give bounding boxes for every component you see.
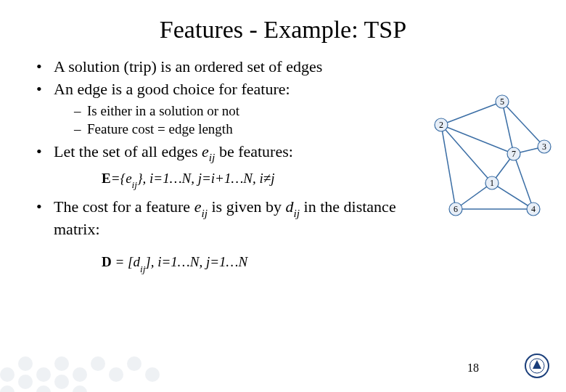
bullet-2-text: An edge is a good choice for feature: (54, 80, 290, 98)
formula-1-eq: = (111, 171, 120, 186)
svg-point-8 (109, 367, 123, 382)
graph-node-label: 2 (439, 120, 443, 130)
graph-node-label: 1 (490, 178, 494, 188)
graph-edge (492, 183, 533, 209)
formula-2-rest: , i=1…N, j=1…N (151, 254, 247, 269)
college-logo-icon (524, 353, 550, 382)
bullet-2: An edge is a good choice for feature: Is… (36, 79, 414, 139)
bullet-3: Let the set of all edges eij be features… (36, 142, 414, 164)
graph-edge (502, 102, 514, 154)
formula-1-ij: ij (132, 179, 137, 190)
graph-edge (502, 102, 544, 147)
sub-bullet-list: Is either in a solution or not Feature c… (54, 102, 414, 138)
svg-point-11 (0, 385, 15, 392)
bullet-3-sub: ij (209, 151, 216, 163)
svg-point-3 (18, 356, 33, 371)
formula-2-eq: = (112, 254, 128, 269)
formula-2-rbr: ] (145, 254, 150, 269)
bullet-4-mid: is given by (208, 197, 286, 216)
graph-node-label: 5 (500, 97, 504, 107)
bullet-3-pre: Let the set of all edges (54, 142, 202, 160)
graph-node-label: 4 (531, 204, 536, 214)
formula-1: E={eij}, i=1…N, j=i+1…N, i≠j (102, 170, 414, 189)
bullet-4-sub1: ij (201, 207, 208, 219)
graph-edge (441, 125, 514, 154)
slide-title: Features - Example: TSP (0, 16, 566, 44)
bullet-3-var: e (202, 142, 209, 160)
formula-1-rbr: } (137, 171, 143, 186)
graph-edge (514, 154, 533, 209)
page-number: 18 (467, 362, 479, 375)
graph-svg: 1234567 (421, 94, 551, 232)
svg-point-6 (73, 367, 87, 382)
formula-1-lbr: { (120, 171, 126, 186)
svg-point-15 (73, 385, 87, 392)
content-area: A solution (trip) is an ordered set of e… (36, 57, 414, 273)
svg-point-5 (54, 356, 69, 371)
graph-edge (441, 125, 492, 183)
formula-2-d: d (133, 254, 140, 269)
svg-point-10 (145, 367, 160, 382)
formula-2-D: D (102, 254, 112, 269)
svg-point-12 (18, 375, 33, 389)
bullet-3-post: be features: (215, 142, 293, 160)
svg-point-2 (0, 367, 15, 382)
sub-bullet-2: Feature cost = edge length (74, 121, 414, 139)
bullet-4: The cost for a feature eij is given by d… (36, 197, 414, 240)
bullet-4-pre: The cost for a feature (54, 197, 194, 216)
graph-node-label: 6 (454, 204, 458, 214)
bullet-list: A solution (trip) is an ordered set of e… (36, 57, 414, 164)
bullet-4-var2: d (286, 197, 294, 216)
graph-node-label: 7 (512, 149, 516, 159)
formula-2: D = [dij], i=1…N, j=1…N (102, 253, 414, 273)
bullet-1: A solution (trip) is an ordered set of e… (36, 57, 414, 78)
background-pattern-icon (0, 324, 181, 392)
tsp-graph: 1234567 (421, 94, 551, 232)
formula-1-rest: , i=1…N, j=i+1…N, i≠j (143, 171, 275, 186)
formula-1-E: E (102, 171, 111, 186)
graph-edge (441, 102, 502, 125)
formula-2-ij: ij (140, 264, 145, 274)
svg-point-9 (127, 356, 142, 371)
bullet-4-var1: e (194, 197, 202, 216)
svg-point-7 (91, 356, 105, 371)
bullet-4-sub2: ij (294, 207, 300, 219)
bullet-list-2: The cost for a feature eij is given by d… (36, 197, 414, 240)
svg-point-4 (36, 367, 51, 382)
sub-bullet-1: Is either in a solution or not (74, 102, 414, 121)
svg-point-14 (54, 375, 69, 389)
formula-1-e: e (126, 171, 131, 186)
graph-node-label: 3 (542, 142, 546, 152)
graph-edge (441, 125, 456, 209)
svg-point-13 (36, 385, 51, 392)
